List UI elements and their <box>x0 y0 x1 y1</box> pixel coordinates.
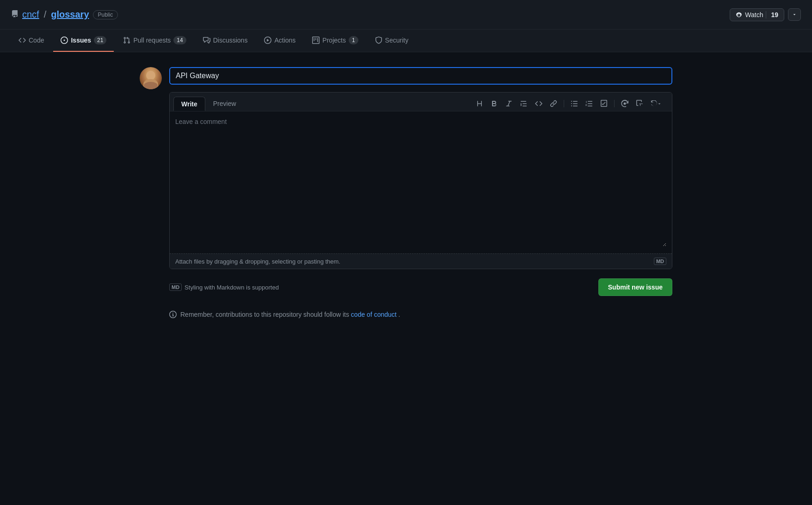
tab-code-label: Code <box>29 37 44 44</box>
attach-bar: Attach files by dragging & dropping, sel… <box>170 253 672 269</box>
cross-reference-icon <box>636 100 643 107</box>
tab-discussions-label: Discussions <box>213 37 248 44</box>
comment-area <box>170 111 672 253</box>
resize-handle-icon <box>664 246 670 252</box>
editor-tab-group: Write Preview <box>173 97 244 111</box>
repo-name-link[interactable]: glossary <box>51 9 89 20</box>
nav-tabs: Code Issues 21 Pull requests 14 Discussi… <box>0 30 812 52</box>
italic-icon <box>505 100 513 107</box>
repo-title: cncf / glossary Public <box>11 9 118 20</box>
toolbar-italic-btn[interactable] <box>503 98 516 109</box>
notice-bar: Remember, contributions to this reposito… <box>169 311 672 318</box>
toolbar-ol-btn[interactable] <box>583 98 596 109</box>
chevron-down-small-icon <box>657 101 662 106</box>
issues-count: 21 <box>94 36 106 44</box>
quote-icon <box>520 100 528 107</box>
avatar <box>140 67 162 89</box>
projects-icon <box>312 37 320 44</box>
repo-slash: / <box>44 9 47 20</box>
toolbar-code-btn[interactable] <box>532 98 545 109</box>
tab-actions-label: Actions <box>274 37 295 44</box>
attach-text: Attach files by dragging & dropping, sel… <box>175 258 340 265</box>
security-icon <box>375 37 382 44</box>
toolbar-link-btn[interactable] <box>547 98 560 109</box>
toolbar-separator-1 <box>564 100 564 107</box>
markdown-hint-icon: MD <box>169 283 182 291</box>
user-avatar-col <box>140 67 162 89</box>
link-icon <box>550 100 557 107</box>
toolbar-tasklist-btn[interactable] <box>597 98 610 109</box>
watch-count: 19 <box>766 11 778 18</box>
new-issue-layout: Write Preview <box>140 67 672 318</box>
projects-count: 1 <box>349 36 358 44</box>
tab-actions[interactable]: Actions <box>257 30 303 51</box>
ordered-list-icon <box>585 100 593 107</box>
comment-textarea[interactable] <box>175 117 666 246</box>
main-content: Write Preview <box>129 52 683 333</box>
toolbar-mention-btn[interactable] <box>618 98 631 109</box>
write-tab[interactable]: Write <box>173 97 205 111</box>
toolbar-heading-btn[interactable] <box>473 98 486 109</box>
preview-tab[interactable]: Preview <box>205 97 244 111</box>
issue-form: Write Preview <box>169 67 672 318</box>
toolbar-ul-btn[interactable] <box>568 98 581 109</box>
actions-icon <box>264 37 271 44</box>
toolbar-undo-btn[interactable] <box>648 99 664 109</box>
heading-icon <box>476 100 483 107</box>
toolbar-quote-btn[interactable] <box>517 98 530 109</box>
issue-icon <box>61 37 68 44</box>
tab-security[interactable]: Security <box>368 30 416 51</box>
unordered-list-icon <box>571 100 578 107</box>
tasklist-icon <box>600 100 608 107</box>
editor-toolbar <box>469 96 668 111</box>
toolbar-separator-2 <box>614 100 615 107</box>
mention-icon <box>621 100 628 107</box>
pr-icon <box>123 37 130 44</box>
form-footer: MD Styling with Markdown is supported Su… <box>169 275 672 300</box>
eye-icon <box>736 12 742 18</box>
tab-code[interactable]: Code <box>11 30 51 51</box>
tab-projects[interactable]: Projects 1 <box>305 30 365 52</box>
top-bar: cncf / glossary Public Watch 19 <box>0 0 812 30</box>
markdown-hint: MD Styling with Markdown is supported <box>169 283 279 291</box>
tab-projects-label: Projects <box>322 37 346 44</box>
code-icon <box>18 37 26 44</box>
repo-org-link[interactable]: cncf <box>22 9 39 20</box>
undo-icon <box>651 100 657 107</box>
visibility-badge: Public <box>93 10 118 19</box>
issue-title-input[interactable] <box>169 67 672 85</box>
code-inline-icon <box>535 100 542 107</box>
pr-count: 14 <box>173 36 186 44</box>
avatar-image <box>140 67 162 89</box>
chevron-down-icon <box>792 12 797 17</box>
top-bar-actions: Watch 19 <box>730 8 801 21</box>
bold-icon <box>491 100 498 107</box>
repo-icon <box>11 10 18 19</box>
tab-discussions[interactable]: Discussions <box>196 30 255 51</box>
notice-text: Remember, contributions to this reposito… <box>180 311 400 318</box>
watch-dropdown-button[interactable] <box>788 8 801 21</box>
info-icon <box>169 311 177 318</box>
markdown-hint-text: Styling with Markdown is supported <box>185 284 279 291</box>
submit-issue-button[interactable]: Submit new issue <box>598 278 672 296</box>
code-of-conduct-link[interactable]: code of conduct <box>351 311 397 318</box>
discussions-icon <box>203 37 210 44</box>
tab-pull-requests[interactable]: Pull requests 14 <box>116 30 193 52</box>
tab-issues-label: Issues <box>71 37 91 44</box>
watch-label: Watch <box>745 11 763 18</box>
watch-button[interactable]: Watch 19 <box>730 8 784 21</box>
editor-container: Write Preview <box>169 92 672 269</box>
toolbar-bold-btn[interactable] <box>488 98 501 109</box>
attach-md-icon: MD <box>654 258 666 265</box>
tab-security-label: Security <box>385 37 409 44</box>
tab-pr-label: Pull requests <box>133 37 171 44</box>
toolbar-reference-btn[interactable] <box>633 98 646 109</box>
tab-issues[interactable]: Issues 21 <box>53 30 114 52</box>
editor-tabs-bar: Write Preview <box>170 92 672 111</box>
